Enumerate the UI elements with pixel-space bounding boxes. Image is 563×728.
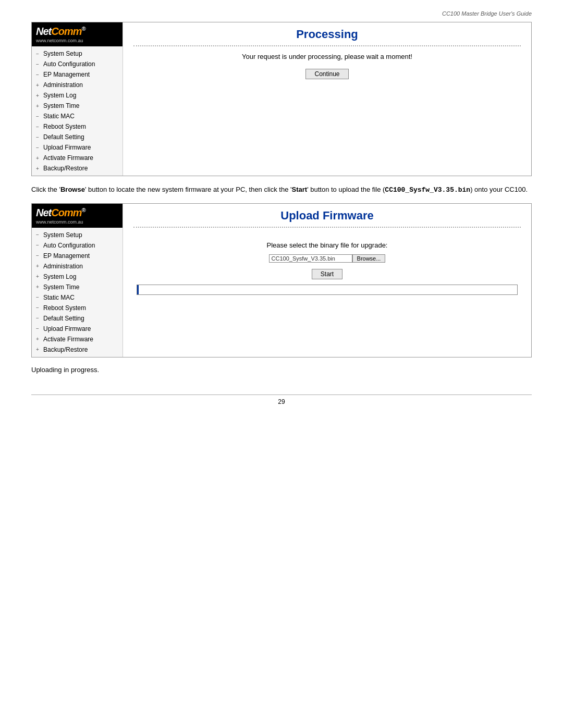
sidebar-item-auto-config-2[interactable]: − Auto Configuration xyxy=(32,240,123,251)
browser-window-1: NetComm® www.netcomm.com.au − System Set… xyxy=(31,22,532,176)
start-button[interactable]: Start xyxy=(312,269,342,279)
sidebar-item-staticmac-1[interactable]: − Static MAC xyxy=(32,111,123,121)
sidebar-item-activate-1[interactable]: + Activate Firmware xyxy=(32,153,123,163)
sidebar-item-activate-2[interactable]: + Activate Firmware xyxy=(32,334,123,344)
dotted-divider-1 xyxy=(133,45,521,46)
sidebar-item-ep-mgmt-1[interactable]: − EP Management xyxy=(32,69,123,80)
logo-2: NetComm® xyxy=(36,207,85,219)
sidebar-item-systime-1[interactable]: + System Time xyxy=(32,101,123,111)
window2-title: Upload Firmware xyxy=(133,209,521,223)
logo-url-2: www.netcomm.com.au xyxy=(36,219,83,225)
sidebar-item-upload-2[interactable]: − Upload Firmware xyxy=(32,324,123,334)
sidebar-item-default-2[interactable]: − Default Setting xyxy=(32,313,123,324)
browse-button[interactable]: Browse... xyxy=(352,254,386,263)
sidebar-item-backup-1[interactable]: + Backup/Restore xyxy=(32,163,123,174)
bottom-line xyxy=(31,394,532,395)
sidebar-2: NetComm® www.netcomm.com.au − System Set… xyxy=(32,204,123,357)
sidebar-item-reboot-2[interactable]: − Reboot System xyxy=(32,303,123,313)
sidebar-item-admin-2[interactable]: + Administration xyxy=(32,261,123,272)
sidebar-item-syslog-1[interactable]: + System Log xyxy=(32,90,123,101)
sidebar-item-admin-1[interactable]: + Administration xyxy=(32,80,123,90)
processing-message: Your request is under processing, please… xyxy=(133,53,521,60)
progress-bar-container xyxy=(137,285,518,295)
sidebar-scroll-2: − System Setup − Auto Configuration − EP… xyxy=(32,228,123,357)
sidebar-item-default-1[interactable]: − Default Setting xyxy=(32,132,123,142)
logo-url-1: www.netcomm.com.au xyxy=(36,38,83,43)
sidebar-item-auto-config-1[interactable]: − Auto Configuration xyxy=(32,59,123,69)
continue-button[interactable]: Continue xyxy=(305,69,348,79)
uploading-text: Uploading in progress. xyxy=(31,366,532,374)
sidebar-item-backup-2[interactable]: + Backup/Restore xyxy=(32,344,123,355)
browse-word: Browse xyxy=(60,186,85,193)
file-name-mono: CC100_Sysfw_V3.35.bin xyxy=(385,186,470,194)
sidebar-logo-2: NetComm® www.netcomm.com.au xyxy=(32,204,123,228)
sidebar-item-system-setup-2[interactable]: − System Setup xyxy=(32,230,123,240)
sidebar-item-staticmac-2[interactable]: − Static MAC xyxy=(32,292,123,303)
dotted-divider-2 xyxy=(133,227,521,228)
page-number: 29 xyxy=(31,398,532,405)
sidebar-item-syslog-2[interactable]: + System Log xyxy=(32,272,123,282)
description-text: Click the 'Browse' button to locate the … xyxy=(31,184,532,196)
start-btn-row: Start xyxy=(133,269,521,279)
start-word: Start xyxy=(292,186,308,193)
main-content-1: Processing Your request is under process… xyxy=(123,22,531,176)
sidebar-scroll-1: − System Setup − Auto Configuration − EP… xyxy=(32,46,123,176)
sidebar-logo-1: NetComm® www.netcomm.com.au xyxy=(32,22,123,46)
upload-label: Please select the binary file for upgrad… xyxy=(133,241,521,249)
progress-bar-fill xyxy=(137,285,139,294)
sidebar-item-systime-2[interactable]: + System Time xyxy=(32,282,123,292)
window1-title: Processing xyxy=(133,28,521,41)
sidebar-item-reboot-1[interactable]: − Reboot System xyxy=(32,121,123,132)
logo-1: NetComm® xyxy=(36,26,85,38)
browser-window-2: NetComm® www.netcomm.com.au − System Set… xyxy=(31,203,532,357)
continue-btn-row: Continue xyxy=(133,69,521,79)
page-header: CC100 Master Bridge User's Guide xyxy=(31,10,532,17)
file-input-row: Browse... xyxy=(133,254,521,263)
sidebar-item-system-setup-1[interactable]: − System Setup xyxy=(32,48,123,59)
file-input[interactable] xyxy=(269,254,352,263)
sidebar-item-ep-mgmt-2[interactable]: − EP Management xyxy=(32,251,123,261)
sidebar-1: NetComm® www.netcomm.com.au − System Set… xyxy=(32,22,123,176)
main-content-2: Upload Firmware Please select the binary… xyxy=(123,204,531,357)
sidebar-item-upload-1[interactable]: − Upload Firmware xyxy=(32,142,123,153)
